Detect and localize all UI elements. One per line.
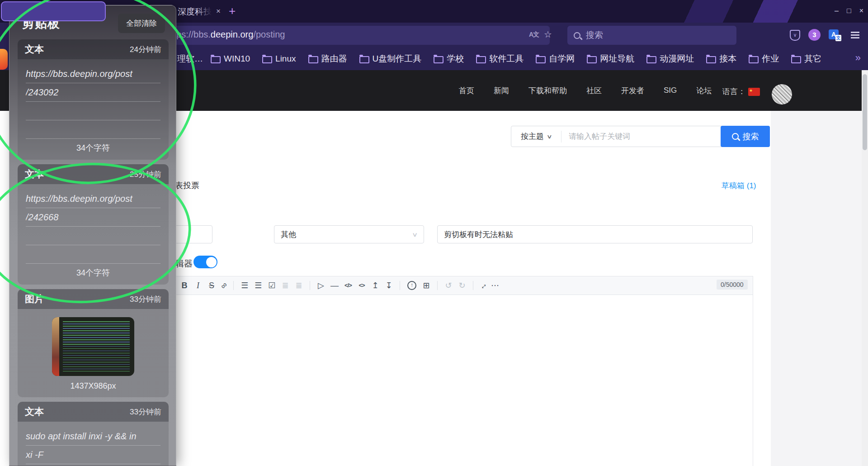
clipboard-item-image[interactable]: 图片 33分钟前 1437X986px bbox=[18, 289, 169, 397]
post-title-input[interactable] bbox=[437, 225, 753, 243]
bookmark-item[interactable]: 网址导航 bbox=[587, 53, 634, 65]
bookmarks-list: WIN10 Linux 路由器 U盘制作工具 学校 软件工具 自学网 网址导航 … bbox=[211, 48, 821, 70]
clear-all-button[interactable]: 全部清除 bbox=[118, 14, 165, 33]
ordered-list-icon[interactable]: ☰ bbox=[251, 281, 265, 290]
clipboard-item-text-3[interactable]: 文本 33分钟前 sudo apt install inxi -y && in … bbox=[18, 402, 169, 466]
clipboard-text-line bbox=[26, 227, 160, 245]
clipboard-text-line: xi -F bbox=[26, 446, 160, 464]
bookmark-item[interactable]: 作业 bbox=[749, 53, 779, 65]
browser-search-field[interactable] bbox=[567, 26, 736, 45]
scrollbar-thumb[interactable] bbox=[863, 74, 867, 150]
clipboard-item-text-1[interactable]: 文本 24分钟前 https://bbs.deepin.org/post /24… bbox=[18, 39, 169, 160]
search-filter-select[interactable]: 按主题∨ bbox=[511, 131, 561, 143]
bookmark-item-partial[interactable]: 理软… bbox=[177, 53, 203, 65]
new-tab-button[interactable]: + bbox=[229, 4, 236, 18]
bookmark-item[interactable]: 接本 bbox=[706, 53, 736, 65]
bookmark-item[interactable]: 路由器 bbox=[308, 53, 347, 65]
to-bottom-icon[interactable]: ↧ bbox=[382, 281, 396, 290]
nav-item[interactable]: 下载和帮助 bbox=[528, 86, 567, 96]
clipboard-text-line: /243092 bbox=[26, 83, 160, 102]
clipboard-text-line: https://bbs.deepin.org/post bbox=[26, 190, 160, 208]
window-close-button[interactable]: × bbox=[859, 5, 863, 16]
bullet-list-icon[interactable]: ☰ bbox=[238, 281, 251, 290]
char-counter: 0/50000 bbox=[717, 280, 748, 290]
item-time-label: 25分钟前 bbox=[130, 169, 161, 180]
forum-search-button[interactable]: 搜索 bbox=[721, 126, 770, 147]
draftbox-link[interactable]: 草稿箱 (1) bbox=[722, 181, 756, 191]
quote-icon[interactable]: ▷ bbox=[314, 281, 328, 290]
page-background bbox=[771, 111, 868, 466]
nav-item[interactable]: 社区 bbox=[586, 86, 602, 96]
item-type-label: 文本 bbox=[25, 405, 44, 418]
menu-icon[interactable] bbox=[851, 34, 859, 36]
item-caption: 1437X986px bbox=[18, 378, 169, 397]
inline-code-icon[interactable]: <> bbox=[355, 281, 368, 290]
bookmark-item[interactable]: 其它 bbox=[791, 53, 821, 65]
redo-icon[interactable]: ↻ bbox=[455, 281, 469, 290]
nav-item[interactable]: 开发者 bbox=[621, 86, 644, 96]
outdent-icon[interactable]: ≣ bbox=[278, 281, 292, 290]
folder-icon bbox=[308, 56, 318, 63]
bookmark-item[interactable]: 软件工具 bbox=[476, 53, 524, 65]
item-time-label: 24分钟前 bbox=[130, 44, 161, 55]
more-icon[interactable]: ⋯ bbox=[488, 281, 502, 290]
search-filter-label: 按主题 bbox=[521, 131, 544, 142]
toolbar-divider bbox=[310, 281, 310, 290]
item-time-label: 33分钟前 bbox=[130, 407, 161, 417]
bookmark-item[interactable]: WIN10 bbox=[211, 54, 250, 64]
folder-icon bbox=[587, 56, 597, 63]
extensions-badge[interactable]: 3 bbox=[808, 29, 821, 41]
translate-extension-icon[interactable]: A bbox=[829, 29, 839, 39]
search-icon bbox=[574, 32, 580, 39]
bookmark-star-icon[interactable]: ☆ bbox=[544, 29, 552, 40]
chevron-down-icon: ∨ bbox=[547, 133, 552, 140]
upload-icon[interactable]: ↑ bbox=[407, 281, 416, 290]
folder-icon bbox=[359, 56, 369, 63]
bookmark-item[interactable]: 学校 bbox=[434, 53, 464, 65]
editor-toolbar: BIS∞☰☰☑≣≣▷—</><>↥↧↑⊞↺↻↔⋯ bbox=[154, 276, 753, 295]
editor-toggle-switch[interactable] bbox=[193, 256, 217, 268]
window-minimize-button[interactable]: – bbox=[835, 5, 839, 16]
toolbar-divider bbox=[473, 281, 473, 290]
category-select[interactable]: 其他∨ bbox=[274, 225, 424, 243]
editor-toggle-label: 辑器 bbox=[175, 258, 193, 270]
italic-icon[interactable]: I bbox=[191, 281, 205, 290]
forum-search-input[interactable] bbox=[561, 132, 721, 141]
nav-item[interactable]: 新闻 bbox=[494, 86, 509, 96]
indent-icon[interactable]: ≣ bbox=[292, 281, 306, 290]
bookmark-item[interactable]: Linux bbox=[262, 54, 296, 64]
bold-icon[interactable]: B bbox=[178, 281, 191, 290]
code-block-icon[interactable]: </> bbox=[341, 281, 355, 290]
bookmark-item[interactable]: U盘制作工具 bbox=[359, 53, 422, 65]
tab-close-icon[interactable]: × bbox=[216, 6, 221, 17]
to-top-icon[interactable]: ↥ bbox=[368, 281, 382, 290]
folder-icon bbox=[434, 56, 443, 63]
nav-item[interactable]: 论坛 bbox=[696, 86, 712, 96]
nav-item[interactable]: 首页 bbox=[459, 86, 474, 96]
horizontal-rule-icon[interactable]: — bbox=[328, 281, 341, 290]
table-icon[interactable]: ⊞ bbox=[420, 281, 433, 290]
window-maximize-button[interactable]: □ bbox=[847, 5, 851, 16]
link-icon[interactable]: ∞ bbox=[217, 278, 231, 293]
nav-item[interactable]: SIG bbox=[664, 86, 677, 95]
shield-icon[interactable]: ∨ bbox=[790, 30, 800, 41]
clipboard-text-line bbox=[26, 102, 160, 120]
clipboard-item-header: 文本 33分钟前 bbox=[18, 402, 169, 422]
flag-icon bbox=[748, 88, 760, 96]
clipboard-item-content: https://bbs.deepin.org/post /242668 bbox=[18, 184, 169, 264]
bookmark-item[interactable]: 自学网 bbox=[536, 53, 575, 65]
language-selector[interactable]: 语言： bbox=[722, 86, 760, 97]
bookmark-item[interactable]: 动漫网址 bbox=[646, 53, 694, 65]
bookmarks-overflow-icon[interactable]: » bbox=[855, 52, 861, 64]
clipboard-text-line bbox=[26, 120, 160, 139]
task-list-icon[interactable]: ☑ bbox=[265, 281, 278, 290]
clipboard-item-header: 文本 24分钟前 bbox=[18, 39, 169, 59]
user-avatar[interactable] bbox=[772, 84, 792, 105]
translate-icon[interactable]: A文 bbox=[529, 31, 539, 39]
active-tab[interactable] bbox=[1, 1, 106, 21]
undo-icon[interactable]: ↺ bbox=[442, 281, 455, 290]
editor-content-area[interactable] bbox=[154, 295, 753, 466]
clipboard-item-text-2[interactable]: 文本 25分钟前 https://bbs.deepin.org/post /24… bbox=[18, 164, 169, 285]
browser-search-input[interactable] bbox=[585, 30, 713, 41]
item-time-label: 33分钟前 bbox=[130, 294, 161, 304]
